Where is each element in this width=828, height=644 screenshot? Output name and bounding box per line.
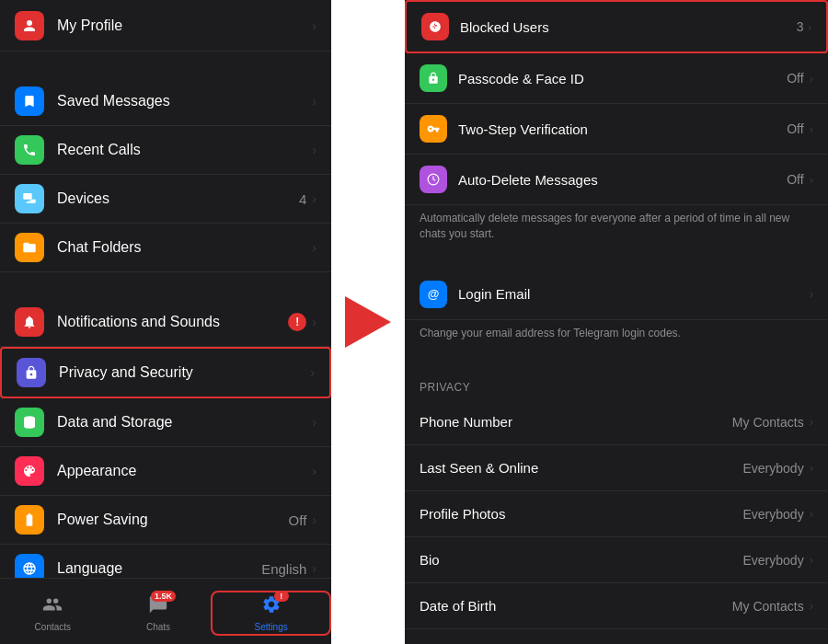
power-saving-label: Power Saving bbox=[57, 512, 148, 528]
two-step-icon bbox=[420, 115, 447, 143]
separator-privacy bbox=[405, 350, 828, 368]
settings-badge: ! bbox=[274, 591, 289, 602]
svg-point-0 bbox=[27, 20, 32, 26]
sidebar-item-appearance[interactable]: Appearance › bbox=[0, 447, 331, 496]
my-profile-chevron: › bbox=[312, 18, 316, 33]
right-item-two-step[interactable]: Two-Step Verification Off › bbox=[405, 104, 828, 155]
right-item-passcode[interactable]: Passcode & Face ID Off › bbox=[405, 53, 828, 104]
profile-photos-value: Everybody bbox=[743, 507, 804, 522]
notifications-badge: ! bbox=[288, 313, 306, 331]
login-email-subtext: Change your email address for Telegram l… bbox=[405, 320, 828, 351]
power-saving-value: Off bbox=[289, 512, 307, 528]
login-email-icon: @ bbox=[420, 281, 447, 308]
date-of-birth-value: My Contacts bbox=[732, 599, 804, 614]
auto-delete-value: Off bbox=[787, 172, 803, 187]
arrow-right bbox=[345, 296, 391, 348]
tab-bar: Contacts 1.5K Chats ! Settings bbox=[0, 578, 331, 644]
tab-chats[interactable]: 1.5K Chats bbox=[106, 594, 212, 632]
chat-folders-icon bbox=[15, 233, 44, 262]
chats-icon: 1.5K bbox=[148, 594, 168, 619]
sidebar-item-devices[interactable]: Devices 4 › bbox=[0, 175, 331, 224]
sidebar-item-recent-calls[interactable]: Recent Calls › bbox=[0, 126, 331, 175]
data-storage-icon bbox=[15, 408, 44, 437]
gap-1 bbox=[0, 52, 331, 77]
data-storage-label: Data and Storage bbox=[57, 414, 172, 431]
contacts-icon bbox=[42, 594, 63, 619]
sidebar-item-data-storage[interactable]: Data and Storage › bbox=[0, 398, 331, 447]
bio-label: Bio bbox=[420, 552, 743, 568]
my-profile-label: My Profile bbox=[57, 17, 122, 34]
language-value: English bbox=[261, 561, 306, 577]
right-item-login-email[interactable]: @ Login Email › bbox=[405, 270, 828, 320]
settings-icon: ! bbox=[261, 594, 282, 619]
notifications-icon bbox=[15, 307, 44, 337]
right-item-profile-photos[interactable]: Profile Photos Everybody › bbox=[405, 491, 828, 537]
sidebar-item-my-profile[interactable]: My Profile › bbox=[0, 0, 331, 52]
notifications-label: Notifications and Sounds bbox=[57, 314, 220, 330]
appearance-label: Appearance bbox=[57, 463, 136, 479]
devices-count: 4 bbox=[299, 191, 306, 207]
svg-rect-1 bbox=[23, 193, 31, 200]
sidebar-item-chat-folders[interactable]: Chat Folders › bbox=[0, 224, 331, 272]
auto-delete-label: Auto-Delete Messages bbox=[458, 172, 787, 188]
devices-label: Devices bbox=[57, 190, 109, 207]
auto-delete-subtext: Automatically delete messages for everyo… bbox=[405, 205, 828, 251]
tab-contacts[interactable]: Contacts bbox=[0, 594, 106, 632]
sidebar-item-language[interactable]: Language English › bbox=[0, 545, 331, 578]
privacy-section-header: PRIVACY bbox=[405, 368, 828, 399]
right-item-bio[interactable]: Bio Everybody › bbox=[405, 537, 828, 583]
my-profile-icon bbox=[15, 11, 44, 40]
blocked-users-icon bbox=[421, 13, 449, 40]
svg-rect-2 bbox=[30, 200, 35, 203]
profile-photos-label: Profile Photos bbox=[420, 506, 743, 522]
two-step-value: Off bbox=[787, 121, 803, 136]
chat-folders-label: Chat Folders bbox=[57, 239, 142, 256]
appearance-icon bbox=[15, 456, 44, 486]
tab-settings-label: Settings bbox=[255, 622, 288, 632]
language-icon bbox=[15, 554, 44, 578]
left-panel: My Profile › Saved Messages › Recent Cal… bbox=[0, 0, 331, 644]
passcode-icon bbox=[420, 64, 447, 92]
right-item-phone-number[interactable]: Phone Number My Contacts › bbox=[405, 399, 828, 445]
arrow-container bbox=[331, 0, 405, 644]
date-of-birth-label: Date of Birth bbox=[420, 598, 732, 614]
power-saving-icon bbox=[15, 505, 44, 535]
auto-delete-icon bbox=[420, 166, 447, 193]
recent-calls-icon bbox=[15, 135, 44, 165]
right-item-auto-delete[interactable]: Auto-Delete Messages Off › bbox=[405, 155, 828, 205]
right-item-blocked-users[interactable]: Blocked Users 3 › bbox=[405, 0, 828, 53]
saved-messages-label: Saved Messages bbox=[57, 93, 170, 109]
passcode-value: Off bbox=[787, 71, 803, 86]
chats-badge: 1.5K bbox=[151, 591, 176, 602]
tab-chats-label: Chats bbox=[146, 622, 170, 632]
blocked-users-count: 3 bbox=[797, 19, 804, 34]
language-label: Language bbox=[57, 560, 122, 577]
sidebar-item-privacy-security[interactable]: Privacy and Security › bbox=[0, 347, 331, 398]
right-panel: Blocked Users 3 › Passcode & Face ID Off… bbox=[405, 0, 828, 644]
sidebar-item-notifications[interactable]: Notifications and Sounds ! › bbox=[0, 298, 331, 347]
saved-messages-icon bbox=[15, 86, 44, 116]
tab-settings[interactable]: ! Settings bbox=[211, 591, 331, 636]
settings-list: My Profile › Saved Messages › Recent Cal… bbox=[0, 0, 331, 578]
phone-number-label: Phone Number bbox=[420, 414, 732, 430]
tab-contacts-label: Contacts bbox=[35, 622, 71, 632]
recent-calls-label: Recent Calls bbox=[57, 142, 141, 158]
sidebar-item-saved-messages[interactable]: Saved Messages › bbox=[0, 77, 331, 126]
bio-value: Everybody bbox=[743, 553, 804, 568]
right-item-date-of-birth[interactable]: Date of Birth My Contacts › bbox=[405, 583, 828, 629]
last-seen-value: Everybody bbox=[743, 461, 804, 476]
gap-2 bbox=[0, 272, 331, 298]
login-email-label: Login Email bbox=[458, 286, 810, 302]
phone-number-value: My Contacts bbox=[732, 415, 804, 430]
privacy-icon bbox=[17, 358, 46, 387]
privacy-security-label: Privacy and Security bbox=[59, 364, 193, 381]
right-item-forwarded-messages[interactable]: Forwarded Messages Everybody › bbox=[405, 629, 828, 644]
devices-icon bbox=[15, 184, 44, 213]
blocked-users-label: Blocked Users bbox=[460, 19, 797, 35]
sidebar-item-power-saving[interactable]: Power Saving Off › bbox=[0, 496, 331, 545]
separator-login bbox=[405, 251, 828, 270]
two-step-label: Two-Step Verification bbox=[458, 121, 787, 137]
passcode-label: Passcode & Face ID bbox=[458, 71, 787, 86]
right-item-last-seen[interactable]: Last Seen & Online Everybody › bbox=[405, 445, 828, 491]
last-seen-label: Last Seen & Online bbox=[420, 460, 743, 476]
